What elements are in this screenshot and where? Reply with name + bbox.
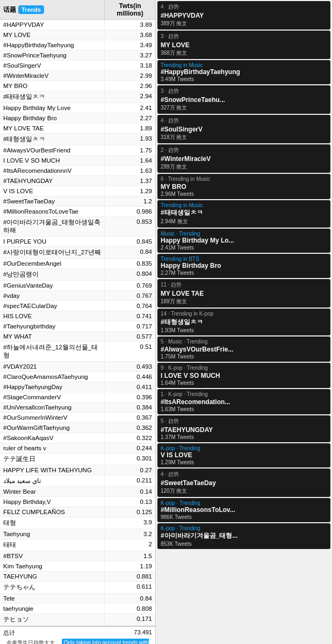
right-panel: 4 · 趋势#HAPPYVDAY389万 推文3 · 趋势MY LOVE368万… [156,0,332,644]
count-column-header: Twts(in millions) [105,0,155,19]
hashtag: MY LOVE [161,41,327,49]
table-row: V IS LOVE 1.29 [0,186,155,196]
table-row: I PURPLE YOU 0.845 [0,237,155,247]
cell-topic: 태형 [0,517,105,529]
table-row: 태형 3.9 [0,517,155,529]
cell-count: 2.41 [105,103,155,113]
cell-topic: #GeniusVanteDay [0,281,105,290]
trend-card: 3 · 趋势#SnowPrinceTaehu...327万 推文 [157,85,330,114]
cell-count: 0.764 [105,301,155,311]
trend-card: 14 · Trending in K-pop#태형생일ㅊㅋ1.93M Tweet… [157,309,330,335]
table-row: I LOVE V SO MUCH 1.64 [0,156,155,166]
rank-line: 6 · Trending in Music [161,176,327,182]
trend-card: 6 · Trending in MusicMY BRO2.96M Tweets [157,174,330,199]
table-row: تاي سعيد ميلاد 0.211 [0,475,155,487]
cell-topic: #HappyTaehyungDay [0,382,105,392]
cell-count: 2.99 [105,71,155,80]
cell-count: 0.322 [105,433,155,443]
cell-topic: Kim Taehyung [0,561,105,571]
hashtag: #태태생일ㅊㅋ [161,208,327,217]
trend-card: 2 · 趋势#WinterMiracleV299万 推文 [157,144,330,173]
trend-card: 1 · K-pop · Trending#ItsARecomendation..… [157,389,330,414]
cell-count: 1.63 [105,166,155,175]
cell-count: 3.18 [105,61,155,70]
cell-topic: #StageCommanderV [0,392,105,402]
cell-count: 0.362 [105,423,155,433]
rank-line: 4 · 趋势 [161,117,327,125]
table-row: Tete 0.84 [0,594,155,604]
cell-topic: #UniVersalIconTaehyung [0,402,105,412]
count-line: 1.63M Tweets [161,406,327,412]
cell-count: 0.769 [105,281,155,290]
table-row: #OurDecemberAngel 0.835 [0,259,155,269]
cell-topic: #VDAY2021 [0,362,105,371]
cell-topic: #낭만곰랭이 [0,269,105,280]
hashtag: V IS LOVE [161,451,327,459]
total-value: 73.491 [134,629,152,637]
rank-line: 5 · Music · Trending [161,339,327,345]
cell-count: 0.396 [105,392,155,402]
cell-count: 0.741 [105,311,155,321]
trends-badge: Trends [18,5,44,14]
cell-count: 3.2 [105,529,155,539]
total-row: 总计 73.491 [3,629,152,637]
cell-count: 0.845 [105,237,155,246]
trend-card: 4 · 趋势#SoulSingerV318万 推文 [157,115,330,143]
count-line: 2.27M Tweets [161,270,327,276]
table-row: TAEHYUNG 0.881 [0,572,155,582]
cell-topic: #AlwaysVOurBestFriend [0,145,105,155]
hashtag: Happy Birthday Bro [161,262,327,269]
table-row: #OurWarmGiftTaehyung 0.362 [0,423,155,433]
table-body: #HAPPYVDAY 3.89 MY LOVE 3.68 #HappyBirth… [0,20,155,626]
cell-count: 0.301 [105,453,155,465]
table-row: Happy Birthday Bro 2.27 [0,113,155,123]
rank-line: 2 · 趋势 [161,147,327,154]
twts-label: Twts(in millions) [117,2,143,17]
cell-count: 0.717 [105,321,155,331]
cell-count: 0.611 [105,582,155,593]
table-row: #HappyBirthdayTaehyung 3.49 [0,40,155,50]
count-line: 120万 推文 [161,487,327,495]
cell-topic: #태태생일ㅊㅋ [0,91,105,103]
trend-card: Trending in Music#HappyBirthdayTaehyung3… [157,60,330,84]
table-row: #StageCommanderV 0.396 [0,392,155,402]
cell-topic: テテ誕生日 [0,453,105,465]
hashtag: #TAEHYUNGDAY [161,426,327,434]
cell-count: 1.2 [105,196,155,206]
table-row: 태태 2 [0,539,155,551]
cell-topic: テテちゃん [0,582,105,593]
count-line: 368万 推文 [161,49,327,57]
cell-count: 3.68 [105,30,155,40]
cell-topic: #Taehyungbirthday [0,321,105,331]
rank-line: 3 · 趋势 [161,87,327,95]
cell-count: 0.13 [105,497,155,507]
table-row: #SnowPrinceTaehyung 3.27 [0,50,155,61]
hashtag: Happy Birthday My Lo... [161,237,327,244]
cell-topic: #BTSV [0,551,105,561]
hashtag: MY BRO [161,183,327,191]
hashtag: I LOVE V SO MUCH [161,372,327,379]
trend-card: 4 · 趋势#HAPPYVDAY389万 推文 [157,1,330,30]
trend-card: Trending in Music#태태생일ㅊㅋ2.94M 推文 [157,200,330,228]
category-line: Trending in Music [161,62,327,68]
count-line: 1.64M Tweets [161,380,327,386]
cell-count: 1.89 [105,123,155,133]
count-line: 1.93M Tweets [161,327,327,333]
cell-topic: 태태 [0,539,105,551]
cell-topic: #HappyBirthdayTaehyung [0,40,105,50]
footer-note: 金泰亨生日趋势太大， Only taking into account tren… [3,637,152,644]
table-row: #vday 0.767 [0,291,155,301]
cell-topic: I PURPLE YOU [0,237,105,246]
cell-count: 3.9 [105,517,155,529]
cell-topic: #하늘에서내려준_12월의선물_태형 [0,342,105,361]
table-row: #ItsARecomendationnnV 1.63 [0,166,155,176]
table-row: #낭만곰랭이 0.804 [0,269,155,281]
trend-card: Music · TrendingHappy Birthday My Lo...2… [157,229,330,253]
table-row: MY WHAT 0.577 [0,332,155,342]
table-row: MY LOVE 3.68 [0,30,155,40]
trend-card: 11 · 趋势MY LOVE TAE189万 推文 [157,279,330,308]
table-row: #VDAY2021 0.493 [0,362,155,372]
cell-topic: #OurDecemberAngel [0,259,105,268]
cell-topic: #OurWarmGiftTaehyung [0,423,105,433]
total-label: 总计 [3,629,15,637]
